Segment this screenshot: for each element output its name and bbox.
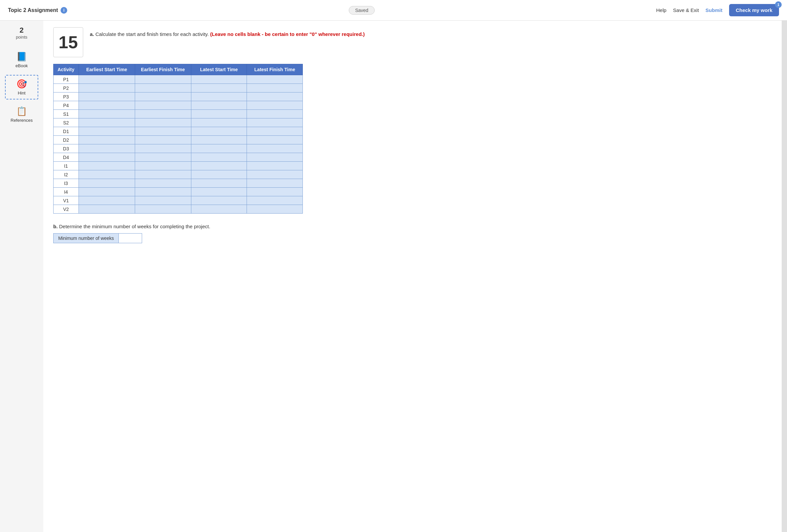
input-latest-start-input-V1[interactable] — [191, 196, 247, 205]
latest-start-input-V2 — [191, 205, 247, 214]
input-latest-start-input-I1[interactable] — [191, 162, 247, 170]
input-latest-finish-input-S2[interactable] — [247, 119, 302, 127]
input-latest-start-input-S1[interactable] — [191, 110, 247, 118]
ebook-button[interactable]: 📘 eBook — [5, 47, 38, 72]
minimum-weeks-label: Minimum number of weeks — [53, 233, 119, 243]
input-latest-finish-input-V1[interactable] — [247, 196, 302, 205]
input-latest-finish-input-V2[interactable] — [247, 205, 302, 213]
input-latest-start-input-V2[interactable] — [191, 205, 247, 213]
scrollbar-track[interactable] — [782, 21, 787, 532]
input-latest-finish-input-I3[interactable] — [247, 179, 302, 187]
input-earliest-start-input-I1[interactable] — [79, 162, 135, 170]
table-row: P1 — [54, 75, 303, 84]
input-latest-start-input-S2[interactable] — [191, 119, 247, 127]
submit-button[interactable]: Submit — [705, 7, 722, 13]
activity-cell: V1 — [54, 196, 79, 205]
input-latest-start-input-I3[interactable] — [191, 179, 247, 187]
input-earliest-finish-input-D2[interactable] — [135, 136, 191, 144]
input-latest-start-input-D3[interactable] — [191, 144, 247, 153]
activity-cell: P1 — [54, 75, 79, 84]
input-latest-finish-input-D3[interactable] — [247, 144, 302, 153]
input-earliest-start-input-V2[interactable] — [79, 205, 135, 213]
help-link[interactable]: Help — [656, 7, 666, 13]
earliest-start-input-I3 — [79, 179, 135, 188]
input-earliest-finish-input-D4[interactable] — [135, 153, 191, 162]
table-row: P2 — [54, 84, 303, 92]
earliest-finish-input-I3 — [135, 179, 191, 188]
input-earliest-finish-input-P1[interactable] — [135, 75, 191, 84]
input-earliest-start-input-I3[interactable] — [79, 179, 135, 187]
col-activity: Activity — [54, 64, 79, 75]
latest-start-input-S2 — [191, 119, 247, 127]
input-earliest-start-input-P2[interactable] — [79, 84, 135, 92]
check-work-button[interactable]: Check my work 1 — [729, 4, 779, 16]
table-row: I3 — [54, 179, 303, 188]
input-earliest-start-input-S1[interactable] — [79, 110, 135, 118]
input-earliest-finish-input-P2[interactable] — [135, 84, 191, 92]
references-button[interactable]: 📋 References — [5, 102, 38, 127]
input-latest-finish-input-S1[interactable] — [247, 110, 302, 118]
input-earliest-start-input-D4[interactable] — [79, 153, 135, 162]
input-earliest-finish-input-I1[interactable] — [135, 162, 191, 170]
input-earliest-finish-input-D3[interactable] — [135, 144, 191, 153]
activity-cell: D2 — [54, 136, 79, 144]
input-latest-finish-input-P4[interactable] — [247, 101, 302, 109]
part-a-prefix: a. — [90, 31, 94, 37]
input-earliest-finish-input-S2[interactable] — [135, 119, 191, 127]
input-earliest-finish-input-V2[interactable] — [135, 205, 191, 213]
input-earliest-finish-input-I4[interactable] — [135, 188, 191, 196]
input-earliest-start-input-P3[interactable] — [79, 92, 135, 101]
input-earliest-finish-input-V1[interactable] — [135, 196, 191, 205]
earliest-finish-input-S2 — [135, 119, 191, 127]
input-earliest-finish-input-D1[interactable] — [135, 127, 191, 135]
input-latest-start-input-D2[interactable] — [191, 136, 247, 144]
earliest-finish-input-V1 — [135, 196, 191, 205]
input-latest-start-input-I4[interactable] — [191, 188, 247, 196]
input-earliest-finish-input-P4[interactable] — [135, 101, 191, 109]
input-latest-finish-input-D2[interactable] — [247, 136, 302, 144]
input-latest-start-input-P2[interactable] — [191, 84, 247, 92]
input-latest-finish-input-P3[interactable] — [247, 92, 302, 101]
assignment-title: Topic 2 Assignment — [8, 7, 58, 13]
input-earliest-start-input-I4[interactable] — [79, 188, 135, 196]
input-earliest-start-input-P1[interactable] — [79, 75, 135, 84]
minimum-weeks-input[interactable] — [119, 233, 142, 243]
input-latest-finish-input-P2[interactable] — [247, 84, 302, 92]
input-earliest-start-input-P4[interactable] — [79, 101, 135, 109]
latest-finish-input-S1 — [247, 110, 303, 119]
hint-button[interactable]: 🎯 Hint — [5, 75, 38, 100]
input-latest-finish-input-I1[interactable] — [247, 162, 302, 170]
input-latest-finish-input-D1[interactable] — [247, 127, 302, 135]
earliest-finish-input-P1 — [135, 75, 191, 84]
table-row: D1 — [54, 127, 303, 136]
input-latest-finish-input-I4[interactable] — [247, 188, 302, 196]
latest-start-input-D3 — [191, 144, 247, 153]
latest-start-input-P1 — [191, 75, 247, 84]
input-earliest-start-input-D2[interactable] — [79, 136, 135, 144]
input-earliest-start-input-D3[interactable] — [79, 144, 135, 153]
input-latest-finish-input-I2[interactable] — [247, 170, 302, 179]
page-header: Topic 2 Assignment i Saved Help Save & E… — [0, 0, 787, 21]
input-latest-start-input-D1[interactable] — [191, 127, 247, 135]
input-earliest-finish-input-P3[interactable] — [135, 92, 191, 101]
input-latest-start-input-D4[interactable] — [191, 153, 247, 162]
input-latest-finish-input-D4[interactable] — [247, 153, 302, 162]
input-latest-start-input-P1[interactable] — [191, 75, 247, 84]
input-earliest-finish-input-I3[interactable] — [135, 179, 191, 187]
input-latest-start-input-P4[interactable] — [191, 101, 247, 109]
save-exit-link[interactable]: Save & Exit — [673, 7, 699, 13]
input-earliest-start-input-V1[interactable] — [79, 196, 135, 205]
input-latest-start-input-I2[interactable] — [191, 170, 247, 179]
latest-finish-input-P2 — [247, 84, 303, 92]
input-earliest-start-input-I2[interactable] — [79, 170, 135, 179]
info-icon[interactable]: i — [61, 7, 67, 14]
table-row: I4 — [54, 188, 303, 196]
input-earliest-finish-input-I2[interactable] — [135, 170, 191, 179]
input-latest-start-input-P3[interactable] — [191, 92, 247, 101]
input-earliest-start-input-S2[interactable] — [79, 119, 135, 127]
latest-start-input-D2 — [191, 136, 247, 144]
input-latest-finish-input-P1[interactable] — [247, 75, 302, 84]
latest-finish-input-S2 — [247, 119, 303, 127]
input-earliest-finish-input-S1[interactable] — [135, 110, 191, 118]
input-earliest-start-input-D1[interactable] — [79, 127, 135, 135]
